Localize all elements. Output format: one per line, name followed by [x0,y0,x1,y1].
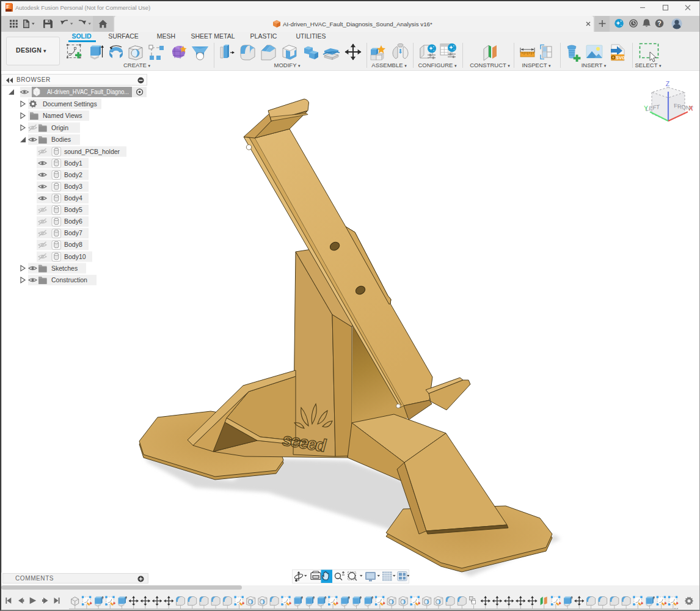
svg-text:Body6: Body6 [64,218,82,225]
svg-text:Named Views: Named Views [43,112,82,119]
svg-text:SVG: SVG [616,55,625,60]
svg-text:Body2: Body2 [64,171,82,178]
svg-text:Body7: Body7 [64,229,82,236]
svg-text:?: ? [657,20,661,27]
svg-text:Body5: Body5 [64,206,82,213]
svg-text:Body8: Body8 [64,241,82,248]
svg-text:F: F [6,4,10,10]
svg-text:AI-driven_HVAC_Fault_Diagno...: AI-driven_HVAC_Fault_Diagno... [47,89,129,95]
svg-text:X: X [688,104,693,112]
svg-text:Bodies: Bodies [51,136,71,143]
svg-text:Body4: Body4 [64,194,82,202]
svg-text:Origin: Origin [51,124,68,131]
svg-text:Z: Z [666,80,670,87]
svg-text:Y: Y [644,104,648,112]
svg-text:Sketches: Sketches [51,265,78,272]
svg-text:Body10: Body10 [64,253,86,260]
svg-text:sound_PCB_holder: sound_PCB_holder [64,148,120,155]
svg-text:Document Settings: Document Settings [43,100,97,108]
svg-text:Body3: Body3 [64,183,82,190]
svg-text:Body1: Body1 [64,159,82,167]
svg-text:Construction: Construction [51,276,87,284]
